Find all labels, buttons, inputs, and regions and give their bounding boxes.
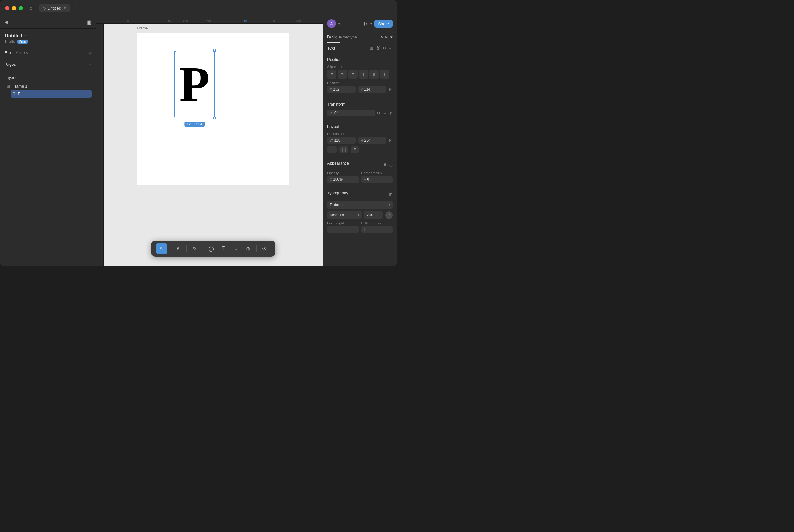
position-y-value: 114 <box>364 87 370 92</box>
resize-handle-bl[interactable] <box>173 117 176 119</box>
pen-tool-button[interactable]: ✎ <box>189 243 200 254</box>
grid-action-icon[interactable]: ⊞ <box>370 45 373 51</box>
resize-handle-tl[interactable] <box>173 49 176 52</box>
layout-fill-button[interactable]: ⊡ <box>351 146 359 153</box>
typography-header: Typography ⊞ <box>327 191 393 198</box>
resize-handle-br[interactable] <box>213 117 216 119</box>
flip-v-icon[interactable]: ⇕ <box>389 111 393 115</box>
text-element-p[interactable]: P 128 × 234 <box>174 50 215 118</box>
layout-center-button[interactable]: |=| <box>339 146 348 153</box>
active-tab[interactable]: ◇ Untitled ✕ <box>39 4 71 13</box>
project-name-row[interactable]: Untitled ▾ <box>5 33 91 38</box>
titlebar: ⌂ ◇ Untitled ✕ + ··· <box>0 0 397 16</box>
tool-selector[interactable]: ⊞ ▾ <box>4 20 12 25</box>
align-right-button[interactable]: ≡ <box>348 70 358 78</box>
tab-close-button[interactable]: ✕ <box>63 6 67 11</box>
zoom-value: 93% <box>381 35 389 39</box>
layout-alignment-icons: →| |=| ⊡ <box>327 146 393 153</box>
resize-handle-tr[interactable] <box>213 49 216 52</box>
typography-grid-icon[interactable]: ⊞ <box>389 192 393 197</box>
add-page-button[interactable]: + <box>89 61 92 67</box>
user-avatar[interactable]: A <box>327 19 336 28</box>
layer-p-text[interactable]: T P <box>11 90 92 98</box>
font-family-field[interactable]: Roboto ▾ <box>327 201 393 209</box>
flip-h-icon[interactable]: ↔ <box>383 111 387 115</box>
opacity-field[interactable]: □ 100% <box>327 176 359 183</box>
layout-toggle-icon[interactable]: ▣ <box>87 19 92 25</box>
minimize-button[interactable] <box>12 6 16 10</box>
sidebar-tabs: File Assets ⌕ <box>0 47 96 58</box>
code-tool-button[interactable]: </> <box>259 243 270 254</box>
tab-title: Untitled <box>48 6 61 11</box>
layout-left-button[interactable]: →| <box>327 146 337 153</box>
align-center-button[interactable]: ≡ <box>338 70 347 78</box>
canvas-with-ruler: 114 200 300 348 500 600 Frame 1 P <box>96 24 322 266</box>
angle-field[interactable]: ∠ 0° <box>327 110 375 116</box>
letter-spacing-field[interactable]: T <box>361 226 393 233</box>
align-bottom-button[interactable]: ‖ <box>380 70 389 78</box>
align-top-button[interactable]: ‖ <box>359 70 368 78</box>
align-left-button[interactable]: ≡ <box>327 70 337 78</box>
align-middle-button[interactable]: ‖ <box>370 70 379 78</box>
pages-title: Pages <box>4 62 16 67</box>
toolbar-separator-3 <box>203 245 203 252</box>
font-size-field[interactable]: 200 <box>364 211 383 219</box>
pages-section: Pages + <box>0 58 96 73</box>
line-height-field[interactable]: T <box>327 226 359 233</box>
position-transform-icon[interactable]: ⊡ <box>389 87 393 92</box>
left-sidebar: ⊞ ▾ ▣ Untitled ▾ Drafts Free File Assets… <box>0 16 96 266</box>
typography-help-button[interactable]: ? <box>385 211 393 219</box>
font-style-field[interactable]: Medium ▾ <box>327 211 362 219</box>
line-height-group: Line height T <box>327 221 359 233</box>
ruler-mark-152: 152 <box>168 20 172 23</box>
tab-area: ◇ Untitled ✕ + <box>39 4 384 13</box>
add-tab-button[interactable]: + <box>72 4 80 13</box>
rotate-action-icon[interactable]: ↺ <box>383 45 386 51</box>
frame-label: Frame 1 <box>137 26 151 31</box>
tab-file[interactable]: File <box>4 50 11 56</box>
zoom-control[interactable]: 93% ▾ <box>381 35 393 39</box>
flip-icon[interactable]: ↺ <box>377 111 380 115</box>
project-chevron-icon: ▾ <box>24 34 26 37</box>
visibility-icon[interactable]: 👁 <box>383 162 387 167</box>
position-y-field[interactable]: Y 114 <box>358 86 387 93</box>
tab-design[interactable]: Design <box>327 31 340 43</box>
more-action-icon[interactable]: ··· <box>389 45 393 51</box>
layers-title: Layers <box>4 75 92 80</box>
frame-tool-button[interactable]: # <box>173 243 184 254</box>
tab-assets[interactable]: Assets <box>16 50 28 56</box>
position-section-title: Position <box>327 57 393 62</box>
shape-tool-button[interactable]: ○ <box>230 243 242 254</box>
width-value: 128 <box>334 138 340 142</box>
text-tool-button[interactable]: T <box>218 243 229 254</box>
select-tool-button[interactable]: ↖ <box>156 243 167 254</box>
height-field[interactable]: H 234 <box>358 137 387 144</box>
text-layer-icon: T <box>13 92 15 96</box>
maximize-button[interactable] <box>19 6 23 10</box>
link-action-icon[interactable]: ⛓ <box>376 45 380 51</box>
fill-icon[interactable]: ◌ <box>389 162 393 167</box>
panel-header: A ▾ ▷ ▾ Share <box>323 16 397 31</box>
layer-frame1[interactable]: ⊞ Frame 1 <box>4 82 92 90</box>
project-info: Untitled ▾ Drafts Free <box>0 28 96 47</box>
search-icon[interactable]: ⌕ <box>89 50 92 55</box>
ruler-mark-200: 200 <box>183 20 188 23</box>
font-size-value: 200 <box>366 213 373 217</box>
play-button[interactable]: ▷ <box>364 21 368 26</box>
ruler-mark-0: 0 <box>127 20 129 23</box>
home-button[interactable]: ⌂ <box>27 4 35 13</box>
constrain-proportions-icon[interactable]: ⊡ <box>389 138 393 143</box>
tab-prototype[interactable]: Prototype <box>340 32 357 42</box>
layers-section: Layers ⊞ Frame 1 T P <box>0 73 96 266</box>
canvas-viewport[interactable]: Frame 1 P 128 × 234 <box>104 24 322 266</box>
more-options-icon[interactable]: ··· <box>388 5 392 11</box>
component-tool-button[interactable]: ⊕ <box>243 243 254 254</box>
vector-tool-button[interactable]: ◯ <box>206 243 217 254</box>
width-field[interactable]: W 128 <box>327 137 356 144</box>
share-button[interactable]: Share <box>374 20 393 27</box>
help-label: ? <box>388 213 390 217</box>
position-x-field[interactable]: X 152 <box>327 86 356 93</box>
corner-radius-icon: ⌐ <box>364 177 366 182</box>
close-button[interactable] <box>5 6 9 10</box>
corner-radius-field[interactable]: ⌐ 0 <box>361 176 393 183</box>
